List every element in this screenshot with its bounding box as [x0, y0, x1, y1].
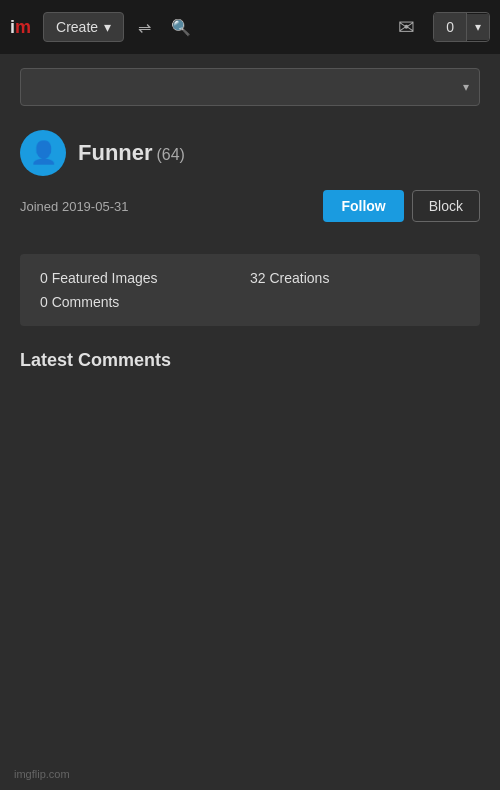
mail-icon: ✉ [398, 15, 415, 39]
stats-grid: 0 Featured Images 32 Creations 0 Comment… [40, 270, 460, 310]
latest-comments-title: Latest Comments [20, 350, 480, 371]
notifications-count[interactable]: 0 [434, 13, 467, 41]
profile-header: 👤 Funner (64) [20, 130, 480, 176]
logo-m: m [15, 17, 31, 38]
create-chevron-icon [104, 19, 111, 35]
block-button[interactable]: Block [412, 190, 480, 222]
dropdown-arrow-icon: ▾ [463, 80, 469, 94]
follow-button[interactable]: Follow [323, 190, 403, 222]
mail-button[interactable]: ✉ [388, 9, 425, 45]
creations-stat: 32 Creations [250, 270, 460, 286]
profile-meta: Joined 2019-05-31 Follow Block [20, 190, 480, 222]
shuffle-icon: ⇌ [138, 18, 151, 37]
notifications-dropdown-arrow: ▾ [475, 20, 481, 34]
latest-comments-section: Latest Comments [0, 346, 500, 385]
avatar: 👤 [20, 130, 66, 176]
search-icon: 🔍 [171, 18, 191, 37]
profile-section: 👤 Funner (64) Joined 2019-05-31 Follow B… [0, 116, 500, 248]
featured-images-stat: 0 Featured Images [40, 270, 250, 286]
search-button[interactable]: 🔍 [165, 12, 197, 43]
avatar-icon: 👤 [30, 140, 57, 166]
footer-label: imgflip.com [14, 768, 70, 780]
create-label: Create [56, 19, 98, 35]
username: Funner [78, 140, 153, 165]
comments-stat: 0 Comments [40, 294, 250, 310]
footer: imgflip.com [14, 768, 70, 780]
top-nav: i m Create ⇌ 🔍 ✉ 0 ▾ [0, 0, 500, 54]
joined-date: Joined 2019-05-31 [20, 199, 128, 214]
username-block: Funner (64) [78, 140, 185, 166]
create-button[interactable]: Create [43, 12, 124, 42]
user-score: (64) [156, 146, 184, 163]
notifications-dropdown-button[interactable]: ▾ [467, 14, 489, 40]
shuffle-button[interactable]: ⇌ [132, 12, 157, 43]
stats-box: 0 Featured Images 32 Creations 0 Comment… [20, 254, 480, 326]
notifications-group: 0 ▾ [433, 12, 490, 42]
logo[interactable]: i m [10, 17, 31, 38]
action-buttons: Follow Block [323, 190, 480, 222]
filter-dropdown[interactable]: ▾ [20, 68, 480, 106]
